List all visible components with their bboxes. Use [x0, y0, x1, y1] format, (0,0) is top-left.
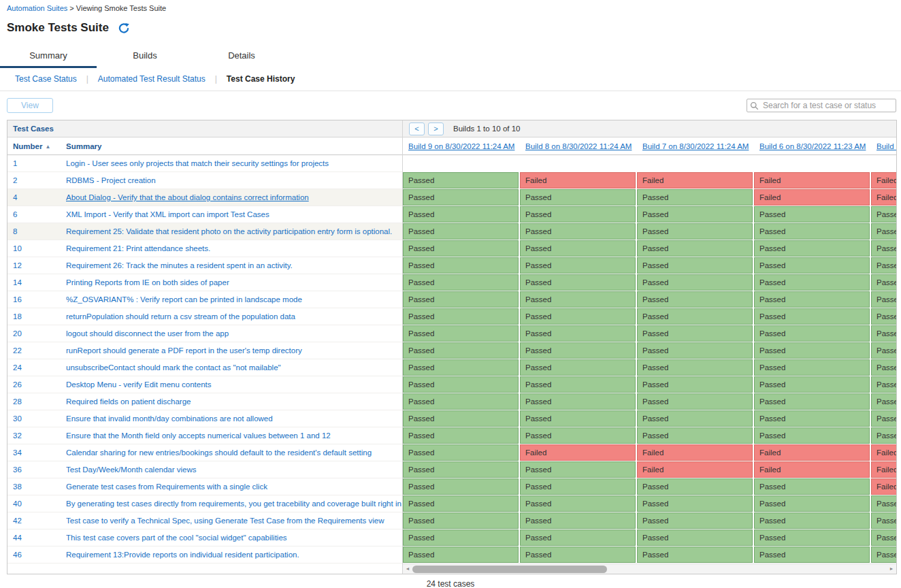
testcase-summary-link[interactable]: Test case to verify a Technical Spec, us… [66, 517, 384, 525]
table-row[interactable]: 44This test case covers part of the cool… [7, 529, 402, 546]
testcase-number-link[interactable]: 32 [13, 431, 22, 440]
testcase-number-link[interactable]: 10 [13, 244, 22, 252]
build-column-link[interactable]: Build 6 on 8/30/2022 11:23 AM [759, 142, 866, 150]
testcase-number-link[interactable]: 42 [13, 517, 22, 525]
table-row[interactable]: 40By generating test cases directly from… [7, 495, 402, 512]
table-row[interactable]: 38Generate test cases from Requirements … [7, 478, 402, 495]
testcase-number-link[interactable]: 4 [13, 193, 17, 201]
testcase-summary-link[interactable]: Requirement 25: Validate that resident p… [66, 227, 392, 235]
testcase-number-link[interactable]: 1 [13, 159, 17, 167]
table-row[interactable]: 32Ensure that the Month field only accep… [7, 427, 402, 444]
testcase-number-link[interactable]: 40 [13, 500, 22, 508]
testcase-summary-link[interactable]: Requirement 13:Provide reports on indivi… [66, 551, 299, 559]
summary-cell: unsubscribeContact should mark the conta… [66, 363, 402, 372]
horizontal-scrollbar[interactable]: ◄ ► [403, 564, 896, 574]
testcase-number-link[interactable]: 44 [13, 534, 22, 542]
testcase-number-link[interactable]: 8 [13, 227, 17, 235]
tab-details[interactable]: Details [193, 45, 290, 68]
refresh-button[interactable] [118, 22, 129, 33]
testcase-summary-link[interactable]: Ensure that invalid month/day combinatio… [66, 414, 273, 423]
testcase-number-link[interactable]: 14 [13, 278, 22, 287]
build-column-link[interactable]: Build 7 on 8/30/2022 11:24 AM [642, 142, 749, 150]
testcase-summary-link[interactable]: Requirement 26: Track the minutes a resi… [66, 261, 293, 270]
table-row[interactable]: 42Test case to verify a Technical Spec, … [7, 512, 402, 529]
subtab-test-case-status[interactable]: Test Case Status [15, 74, 77, 84]
table-row[interactable]: 28Required fields on patient discharge [7, 393, 402, 410]
table-row[interactable]: 22runReport should generate a PDF report… [7, 342, 402, 359]
testcase-summary-link[interactable]: This test case covers part of the cool "… [66, 534, 287, 542]
testcase-number-link[interactable]: 6 [13, 210, 17, 218]
table-row[interactable]: 46Requirement 13:Provide reports on indi… [7, 546, 402, 564]
testcase-summary-link[interactable]: unsubscribeContact should mark the conta… [66, 363, 281, 372]
table-row[interactable]: 16%Z_OSVARIANT% : Verify report can be p… [7, 291, 402, 308]
testcase-summary-link[interactable]: By generating test cases directly from r… [66, 500, 402, 508]
testcase-summary-link[interactable]: About Dialog - Verify that the about dia… [66, 193, 309, 201]
testcase-summary-link[interactable]: Required fields on patient discharge [66, 397, 191, 406]
view-button[interactable]: View [7, 98, 53, 113]
testcase-summary-link[interactable]: Test Day/Week/Month calendar views [66, 466, 197, 474]
scrollbar-right-icon[interactable]: ► [887, 564, 896, 574]
testcase-number-link[interactable]: 20 [13, 329, 22, 338]
table-row[interactable]: 20logout should disconnect the user from… [7, 325, 402, 342]
build-column-link[interactable]: Build 5 on 8/30/2022 11:23 AM [877, 142, 896, 150]
breadcrumb-link[interactable]: Automation Suites [7, 4, 67, 12]
search-input[interactable] [747, 99, 896, 112]
testcase-number-link[interactable]: 26 [13, 380, 22, 389]
testcase-number-link[interactable]: 38 [13, 483, 22, 491]
build-column-link[interactable]: Build 8 on 8/30/2022 11:24 AM [525, 142, 632, 150]
prev-builds-button[interactable]: < [409, 122, 425, 135]
table-row[interactable]: 18returnPopulation should return a csv s… [7, 308, 402, 325]
status-cell-passed: Passed [403, 512, 520, 529]
table-row[interactable]: 8Requirement 25: Validate that resident … [7, 223, 402, 240]
testcase-number-link[interactable]: 16 [13, 295, 22, 304]
testcase-number-link[interactable]: 12 [13, 261, 22, 270]
summary-column-header[interactable]: Summary [66, 142, 402, 150]
table-row[interactable]: 12Requirement 26: Track the minutes a re… [7, 257, 402, 274]
testcase-number-link[interactable]: 30 [13, 414, 22, 423]
table-row[interactable]: 10Requirement 21: Print attendance sheet… [7, 240, 402, 257]
breadcrumb-separator: > [69, 4, 73, 12]
table-row[interactable]: 36Test Day/Week/Month calendar views [7, 461, 402, 478]
testcase-number-link[interactable]: 2 [13, 176, 17, 184]
number-column-header[interactable]: Number▲ [7, 142, 66, 150]
tab-builds[interactable]: Builds [97, 45, 193, 68]
table-row[interactable]: 34Calendar sharing for new entries/booki… [7, 444, 402, 461]
testcase-summary-link[interactable]: XML Import - Verify that XML import can … [66, 210, 269, 218]
table-row[interactable]: 24unsubscribeContact should mark the con… [7, 359, 402, 376]
number-cell: 6 [7, 210, 66, 218]
table-row[interactable]: 14Printing Reports from IE on both sides… [7, 274, 402, 291]
testcase-summary-link[interactable]: logout should disconnect the user from t… [66, 329, 229, 338]
tab-summary[interactable]: Summary [0, 45, 97, 68]
table-row[interactable]: 1Login - User sees only projects that ma… [7, 155, 402, 172]
testcase-number-link[interactable]: 28 [13, 397, 22, 406]
testcase-summary-link[interactable]: runReport should generate a PDF report i… [66, 346, 302, 355]
testcase-number-link[interactable]: 22 [13, 346, 22, 355]
testcase-summary-link[interactable]: RDBMS - Project creation [66, 176, 156, 184]
testcase-summary-link[interactable]: returnPopulation should return a csv str… [66, 312, 295, 321]
testcase-summary-link[interactable]: Desktop Menu - verify Edit menu contents [66, 380, 212, 389]
testcase-summary-link[interactable]: Generate test cases from Requirements wi… [66, 483, 267, 491]
testcase-number-link[interactable]: 36 [13, 466, 22, 474]
build-column-link[interactable]: Build 9 on 8/30/2022 11:24 AM [408, 142, 514, 150]
subtab-test-case-history[interactable]: Test Case History [227, 74, 295, 84]
testcase-summary-link[interactable]: Login - User sees only projects that mat… [66, 159, 329, 167]
testcase-number-link[interactable]: 34 [13, 448, 22, 457]
table-row[interactable]: 30Ensure that invalid month/day combinat… [7, 410, 402, 427]
testcase-summary-link[interactable]: Printing Reports from IE on both sides o… [66, 278, 229, 287]
testcase-summary-link[interactable]: Calendar sharing for new entries/booking… [66, 448, 372, 457]
table-row[interactable]: 6XML Import - Verify that XML import can… [7, 206, 402, 223]
subtab-automated-test-result-status[interactable]: Automated Test Result Status [98, 74, 206, 84]
table-row[interactable]: 26Desktop Menu - verify Edit menu conten… [7, 376, 402, 393]
testcase-number-link[interactable]: 46 [13, 551, 22, 559]
testcase-summary-link[interactable]: %Z_OSVARIANT% : Verify report can be pri… [66, 295, 302, 304]
table-row[interactable]: 2RDBMS - Project creation [7, 172, 402, 189]
testcase-summary-link[interactable]: Requirement 21: Print attendance sheets. [66, 244, 210, 252]
scrollbar-thumb[interactable] [412, 566, 607, 573]
scrollbar-left-icon[interactable]: ◄ [403, 564, 412, 574]
next-builds-button[interactable]: > [428, 122, 444, 135]
table-row[interactable]: 4About Dialog - Verify that the about di… [7, 189, 402, 206]
testcase-summary-link[interactable]: Ensure that the Month field only accepts… [66, 431, 331, 440]
status-cell-passed: Passed [754, 427, 871, 444]
testcase-number-link[interactable]: 24 [13, 363, 22, 372]
testcase-number-link[interactable]: 18 [13, 312, 22, 321]
